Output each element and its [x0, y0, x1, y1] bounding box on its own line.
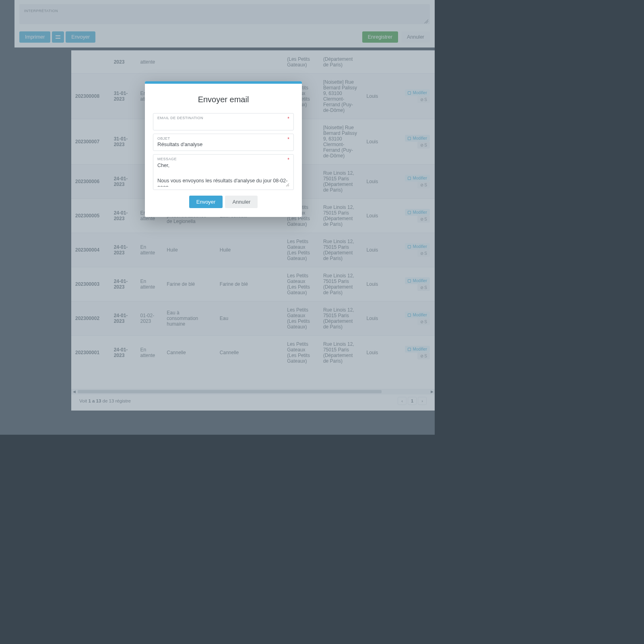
message-field-wrapper: MESSAGE * — [153, 154, 294, 190]
email-label: EMAIL DE DESTINATION — [157, 116, 289, 120]
subject-input[interactable] — [157, 141, 289, 147]
modal-cancel-button[interactable]: Annuler — [225, 196, 258, 208]
required-mark: * — [287, 157, 289, 163]
required-mark: * — [287, 136, 289, 142]
modal-backdrop[interactable] — [0, 0, 435, 435]
email-input[interactable] — [157, 121, 289, 127]
modal-send-button[interactable]: Envoyer — [189, 196, 223, 208]
required-mark: * — [287, 116, 289, 122]
modal-title: Envoyer email — [153, 95, 294, 104]
email-field-wrapper: EMAIL DE DESTINATION * — [153, 113, 294, 130]
subject-field-wrapper: OBJET * — [153, 134, 294, 151]
message-textarea[interactable] — [157, 162, 289, 187]
send-email-modal: Envoyer email EMAIL DE DESTINATION * OBJ… — [145, 81, 302, 217]
subject-label: OBJET — [157, 136, 289, 140]
message-label: MESSAGE — [157, 157, 289, 161]
